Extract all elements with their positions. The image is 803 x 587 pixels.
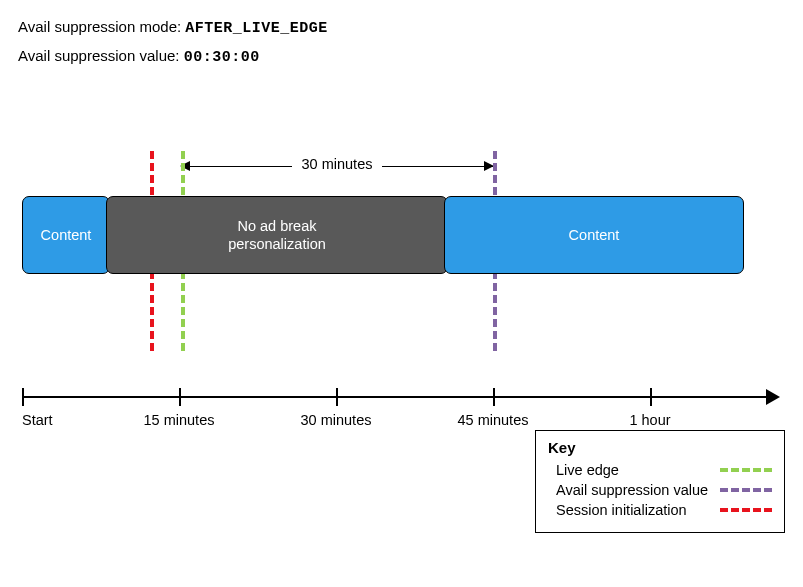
axis-line bbox=[22, 396, 767, 398]
tick-60 bbox=[650, 388, 652, 406]
timeline-blocks: Content No ad break personalization Cont… bbox=[22, 196, 744, 274]
tick-30 bbox=[336, 388, 338, 406]
no-ad-block: No ad break personalization bbox=[106, 196, 448, 274]
timeline-diagram: 30 minutes Content No ad break personali… bbox=[22, 136, 785, 466]
span-arrow: 30 minutes bbox=[181, 166, 493, 167]
time-axis: Start 15 minutes 30 minutes 45 minutes 1… bbox=[22, 386, 782, 426]
tick-label-45: 45 minutes bbox=[458, 412, 529, 428]
content-block-2: Content bbox=[444, 196, 744, 274]
span-label: 30 minutes bbox=[292, 156, 382, 172]
value-line: Avail suppression value: 00:30:00 bbox=[18, 47, 785, 66]
axis-arrow-icon bbox=[766, 389, 780, 405]
mode-label: Avail suppression mode: bbox=[18, 18, 181, 35]
content-block-1: Content bbox=[22, 196, 110, 274]
tick-45 bbox=[493, 388, 495, 406]
tick-label-60: 1 hour bbox=[629, 412, 670, 428]
legend-swatch-green bbox=[720, 468, 772, 472]
tick-label-start: Start bbox=[22, 412, 53, 428]
tick-start bbox=[22, 388, 24, 406]
mode-value: AFTER_LIVE_EDGE bbox=[185, 20, 328, 37]
value-label: Avail suppression value: bbox=[18, 47, 179, 64]
legend-label: Live edge bbox=[556, 462, 619, 478]
tick-label-15: 15 minutes bbox=[144, 412, 215, 428]
tick-label-30: 30 minutes bbox=[301, 412, 372, 428]
value-value: 00:30:00 bbox=[184, 49, 260, 66]
mode-line: Avail suppression mode: AFTER_LIVE_EDGE bbox=[18, 18, 785, 37]
legend-box: Key Live edge Avail suppression value Se… bbox=[535, 430, 785, 480]
legend-title: Key bbox=[548, 439, 772, 456]
tick-15 bbox=[179, 388, 181, 406]
legend-row-live-edge: Live edge bbox=[556, 462, 772, 478]
